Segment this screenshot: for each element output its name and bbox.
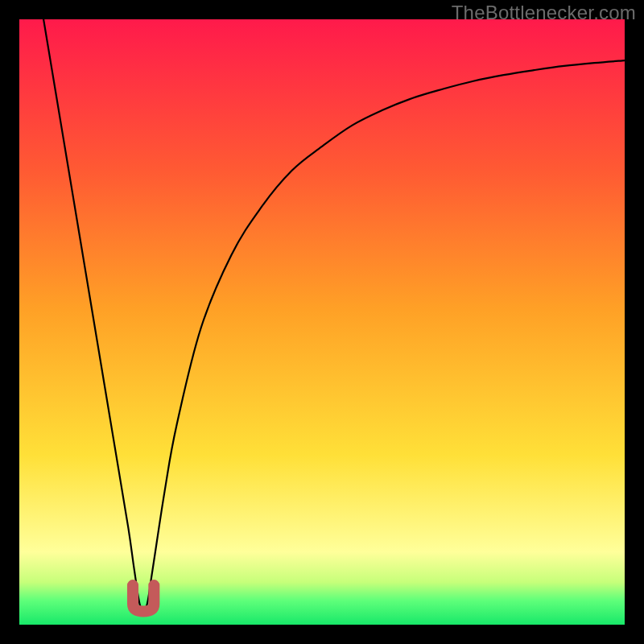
- plot-area: [19, 19, 625, 625]
- cusp-marker: [133, 585, 154, 611]
- bottleneck-curve: [43, 19, 625, 612]
- curve-layer: [19, 19, 625, 625]
- chart-frame: TheBottlenecker.com: [0, 0, 644, 644]
